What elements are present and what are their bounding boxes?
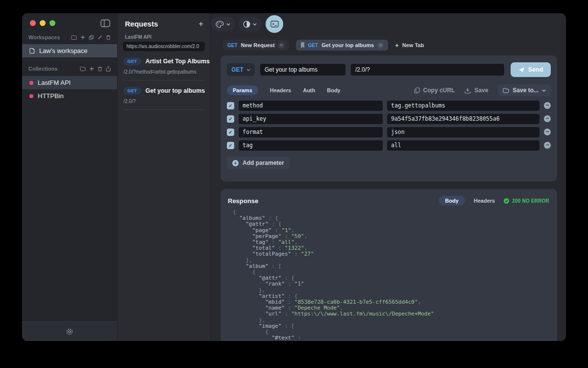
- param-row: ✓ format json −: [227, 127, 551, 137]
- palette-icon: [216, 21, 224, 28]
- base-url-field[interactable]: https://ws.audioscrobbler.com/2.0: [123, 42, 205, 51]
- response-tab-body[interactable]: Body: [439, 196, 465, 206]
- tab-method: GET: [227, 43, 238, 48]
- save-button[interactable]: Save: [465, 87, 488, 94]
- add-request-button[interactable]: +: [198, 20, 203, 28]
- param-row: ✓ tag all −: [227, 140, 551, 150]
- response-body[interactable]: { "albums" : { "@attr" : { "page" : "1",…: [220, 210, 557, 341]
- collection-label: LastFM API: [118, 28, 210, 42]
- new-tab-button[interactable]: + New Tab: [395, 42, 424, 49]
- folder-icon: [503, 88, 509, 93]
- sidebar-item-collection-httpbin[interactable]: HTTPBin: [22, 89, 117, 103]
- status-text: 200 NO ERROR: [512, 198, 549, 204]
- save-to-dropdown[interactable]: Save to...: [498, 84, 551, 96]
- send-label: Send: [528, 66, 543, 73]
- sidebar: Workspaces Law's workspace Collections L…: [22, 13, 117, 341]
- send-button[interactable]: Send: [511, 62, 551, 77]
- param-key-input[interactable]: format: [239, 127, 383, 137]
- workspaces-section-header: Workspaces: [22, 34, 117, 40]
- sidebar-toggle-icon[interactable]: [100, 19, 110, 27]
- chevron-down-icon: [542, 89, 546, 92]
- close-tab-icon[interactable]: ×: [278, 42, 285, 49]
- collections-section-header: Collections: [22, 66, 117, 72]
- remove-param-button[interactable]: −: [544, 102, 551, 109]
- settings-gear-icon[interactable]: [66, 328, 74, 336]
- response-tab-headers[interactable]: Headers: [474, 198, 495, 204]
- collection-dot-icon: [29, 94, 33, 98]
- check-circle-icon: [504, 198, 509, 204]
- method-select[interactable]: GET: [227, 63, 255, 76]
- minimize-window-button[interactable]: [40, 20, 46, 26]
- request-list-item[interactable]: GET Artist Get Top Albums /2.0/?method=a…: [123, 51, 205, 80]
- trash-icon[interactable]: [98, 66, 102, 72]
- param-checkbox[interactable]: ✓: [227, 102, 234, 109]
- remove-param-button[interactable]: −: [544, 142, 551, 149]
- param-checkbox[interactable]: ✓: [227, 115, 234, 123]
- save-to-label: Save to...: [513, 87, 539, 94]
- save-label: Save: [474, 87, 488, 94]
- param-value-input[interactable]: 9a54f5a37fb83e294346f8b8238055a6: [387, 114, 539, 124]
- requests-panel-title: Requests: [125, 20, 198, 28]
- chevron-down-icon: [253, 23, 257, 26]
- contrast-icon: [243, 21, 250, 28]
- request-name: Artist Get Top Albums: [146, 58, 210, 65]
- request-name: Get your top albums: [146, 87, 205, 94]
- request-url-input[interactable]: /2.0/?: [351, 64, 504, 76]
- collection-name: LastFM API: [38, 79, 71, 86]
- close-tab-icon[interactable]: ×: [377, 42, 384, 49]
- plus-icon: +: [395, 42, 399, 49]
- sidebar-item-workspace[interactable]: Law's workspace: [22, 44, 117, 57]
- close-window-button[interactable]: [30, 20, 36, 26]
- zoom-window-button[interactable]: [49, 20, 55, 26]
- document-icon: [29, 48, 35, 54]
- save-icon: [465, 87, 471, 94]
- requests-panel: Requests + LastFM API https://ws.audiosc…: [117, 13, 211, 341]
- workspace-name: Law's workspace: [39, 47, 88, 54]
- param-key-input[interactable]: method: [239, 101, 383, 111]
- theme-palette-button[interactable]: [211, 17, 235, 31]
- tab-method: GET: [308, 43, 318, 48]
- param-value-input[interactable]: all: [387, 140, 539, 151]
- tab-headers[interactable]: Headers: [270, 87, 291, 93]
- workspaces-label: Workspaces: [28, 34, 60, 40]
- collection-name: HTTPBin: [38, 92, 64, 100]
- request-list-item[interactable]: GET Get your top albums /2.0/?: [123, 80, 205, 110]
- param-row: ✓ api_key 9a54f5a37fb83e294346f8b8238055…: [227, 114, 551, 124]
- tab-new-request[interactable]: GET New Request ×: [223, 40, 289, 51]
- copy-curl-button[interactable]: Copy cURL: [414, 87, 455, 94]
- app-window: Workspaces Law's workspace Collections L…: [22, 13, 566, 341]
- param-checkbox[interactable]: ✓: [227, 142, 234, 149]
- edit-icon[interactable]: [98, 35, 102, 40]
- appearance-contrast-button[interactable]: [238, 17, 262, 31]
- plus-circle-icon: +: [232, 160, 239, 166]
- method-badge: GET: [123, 87, 141, 95]
- tab-params[interactable]: Params: [227, 85, 258, 95]
- response-title: Response: [228, 197, 439, 205]
- copy-curl-label: Copy cURL: [423, 87, 455, 94]
- trash-icon[interactable]: [106, 35, 111, 40]
- remove-param-button[interactable]: −: [544, 115, 551, 122]
- folder-icon[interactable]: [71, 35, 77, 40]
- add-parameter-button[interactable]: + Add parameter: [227, 157, 290, 169]
- duplicate-icon[interactable]: [89, 35, 94, 40]
- tab-title: Get your top albums: [321, 42, 374, 48]
- param-value-input[interactable]: json: [387, 127, 539, 137]
- add-workspace-icon[interactable]: [80, 35, 85, 40]
- chevron-down-icon: [246, 69, 250, 71]
- tab-bar: GET New Request × GET Get your top album…: [211, 33, 566, 51]
- tab-get-your-top-albums[interactable]: GET Get your top albums ×: [296, 40, 389, 51]
- toolbar: [211, 13, 566, 33]
- request-name-input[interactable]: Get your top albums: [260, 64, 345, 76]
- param-key-input[interactable]: tag: [239, 140, 383, 151]
- sidebar-item-collection-lastfm[interactable]: LastFM API: [22, 76, 117, 89]
- share-icon[interactable]: [106, 66, 111, 72]
- remove-param-button[interactable]: −: [544, 129, 551, 135]
- param-checkbox[interactable]: ✓: [227, 129, 234, 136]
- param-key-input[interactable]: api_key: [239, 114, 383, 124]
- folder-icon[interactable]: [80, 66, 86, 71]
- tab-body[interactable]: Body: [327, 87, 341, 93]
- add-collection-icon[interactable]: [89, 66, 94, 71]
- param-value-input[interactable]: tag.gettopalbums: [387, 101, 539, 111]
- tab-auth[interactable]: Auth: [303, 87, 315, 93]
- console-button[interactable]: [266, 15, 283, 33]
